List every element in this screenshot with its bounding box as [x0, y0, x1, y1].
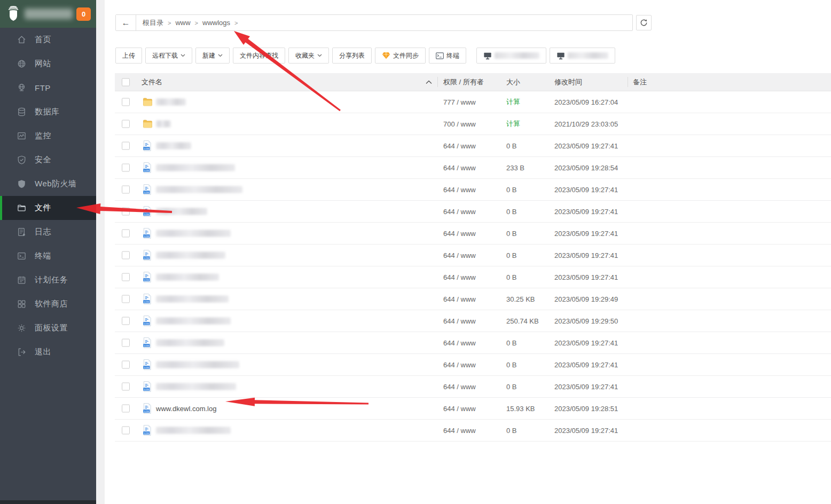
toolbar-button-terminal[interactable]: 终端 — [429, 48, 466, 64]
row-checkbox[interactable] — [122, 383, 130, 391]
row-checkbox[interactable] — [122, 208, 130, 216]
row-checkbox[interactable] — [122, 142, 130, 150]
file-name-redacted — [156, 383, 236, 390]
folder-icon — [17, 203, 27, 213]
modified-time: 2023/05/09 19:28:54 — [554, 164, 618, 172]
sidebar-item-ftp[interactable]: FTP — [0, 76, 96, 100]
permission-owner: 644 / www — [443, 339, 476, 347]
sidebar-item-cron[interactable]: 计划任务 — [0, 268, 96, 292]
toolbar-button-share-list[interactable]: 分享列表 — [332, 48, 372, 64]
row-checkbox[interactable] — [122, 405, 130, 413]
toolbar-button-redacted-1[interactable] — [476, 48, 546, 64]
sidebar-item-settings[interactable]: 面板设置 — [0, 316, 96, 340]
row-checkbox[interactable] — [122, 427, 130, 435]
sidebar-item-logs[interactable]: 日志 — [0, 220, 96, 244]
toolbar-button-label: 文件内容查找 — [240, 51, 278, 60]
row-checkbox[interactable] — [122, 273, 130, 281]
permission-owner: 644 / www — [443, 251, 476, 259]
file-name-link[interactable]: www.dkewl.com.log — [156, 405, 216, 413]
sort-up-icon[interactable] — [426, 80, 432, 84]
notification-badge[interactable]: 0 — [76, 7, 91, 21]
gem-icon — [382, 52, 390, 59]
row-checkbox[interactable] — [122, 98, 130, 106]
breadcrumb-separator: > — [234, 20, 238, 26]
toolbar-button-remote-download[interactable]: 远程下载 — [145, 48, 192, 64]
row-checkbox[interactable] — [122, 361, 130, 369]
sidebar-item-files[interactable]: 文件 — [0, 196, 96, 220]
breadcrumb-item[interactable]: wwwlogs — [202, 19, 230, 27]
row-checkbox[interactable] — [122, 120, 130, 128]
file-size: 233 B — [506, 164, 524, 172]
toolbar-button-new[interactable]: 新建 — [195, 48, 230, 64]
sidebar-item-website[interactable]: 网站 — [0, 52, 96, 76]
svg-text:LOG: LOG — [144, 147, 150, 150]
chevron-down-icon — [181, 54, 185, 57]
calc-size-link[interactable]: 计算 — [506, 97, 520, 107]
checkbox — [122, 186, 130, 194]
row-checkbox[interactable] — [122, 251, 130, 259]
table-row: LOG644 / www0 B2023/05/09 19:27:41 — [115, 420, 831, 442]
table-header: 文件名 权限 / 所有者 大小 修改时间 备注 — [115, 73, 831, 91]
permission-owner: 700 / www — [443, 120, 476, 128]
sidebar-item-waf[interactable]: Web防火墙 — [0, 172, 96, 196]
device-icon — [483, 52, 492, 60]
sidebar-item-label: FTP — [35, 83, 51, 92]
file-size: 0 B — [506, 361, 517, 369]
breadcrumb-item[interactable]: 根目录 — [143, 18, 163, 28]
file-name-redacted — [156, 318, 231, 325]
header-filename[interactable]: 文件名 — [142, 77, 162, 87]
sidebar-item-home[interactable]: 首页 — [0, 28, 96, 52]
row-checkbox[interactable] — [122, 186, 130, 194]
calc-size-link[interactable]: 计算 — [506, 119, 520, 129]
modified-time: 2023/05/09 19:27:41 — [554, 273, 618, 281]
modified-time: 2023/05/09 19:29:50 — [554, 317, 618, 325]
row-checkbox[interactable] — [122, 339, 130, 347]
breadcrumb-separator: > — [168, 20, 171, 26]
permission-owner: 644 / www — [443, 405, 476, 413]
toolbar-button-label: 新建 — [202, 51, 215, 60]
permission-owner: 644 / www — [443, 427, 476, 435]
checkbox — [122, 383, 130, 391]
log-file-icon: LOG — [143, 184, 152, 195]
file-size: 0 B — [506, 383, 517, 391]
app-header: 0 — [0, 0, 96, 28]
toolbar-button-file-sync[interactable]: 文件同步 — [375, 48, 426, 64]
row-checkbox[interactable] — [122, 295, 130, 303]
folder-file-icon — [143, 120, 153, 129]
permission-owner: 777 / www — [443, 98, 476, 106]
sidebar-item-label: 文件 — [35, 203, 51, 213]
sidebar-item-appstore[interactable]: 软件商店 — [0, 292, 96, 316]
refresh-icon — [640, 19, 648, 27]
checkbox — [122, 142, 130, 150]
toolbar-button-label: 文件同步 — [393, 51, 419, 60]
permission-owner: 644 / www — [443, 361, 476, 369]
select-all-checkbox[interactable] — [122, 78, 130, 86]
sidebar-item-security[interactable]: 安全 — [0, 148, 96, 172]
refresh-button[interactable] — [636, 15, 652, 30]
toolbar-button-file-content-search[interactable]: 文件内容查找 — [233, 48, 285, 64]
toolbar-button-favorites[interactable]: 收藏夹 — [288, 48, 329, 64]
log-file-icon: LOG — [143, 228, 152, 239]
sidebar-item-monitor[interactable]: 监控 — [0, 124, 96, 148]
header-permission: 权限 / 所有者 — [443, 77, 484, 87]
back-button[interactable]: ← — [116, 15, 136, 30]
checkbox — [122, 427, 130, 435]
file-name-redacted — [156, 340, 224, 346]
table-row: LOG644 / www30.25 KB2023/05/09 19:29:49 — [115, 288, 831, 310]
toolbar-button-redacted-2[interactable] — [550, 48, 615, 64]
sidebar-item-label: 数据库 — [35, 107, 60, 117]
breadcrumb-item[interactable]: www — [175, 19, 190, 27]
toolbar-button-upload[interactable]: 上传 — [115, 48, 142, 64]
sidebar-item-logout[interactable]: 退出 — [0, 340, 96, 364]
table-row: LOGwww.dkewl.com.log644 / www15.93 KB202… — [115, 398, 831, 420]
row-checkbox[interactable] — [122, 164, 130, 172]
row-checkbox[interactable] — [122, 230, 130, 238]
sidebar-item-terminal[interactable]: 终端 — [0, 244, 96, 268]
sidebar-item-database[interactable]: 数据库 — [0, 100, 96, 124]
row-checkbox[interactable] — [122, 317, 130, 325]
sidebar-item-label: Web防火墙 — [35, 179, 77, 189]
table-row: LOG644 / www0 B2023/05/09 19:27:41 — [115, 245, 831, 266]
file-size: 0 B — [506, 273, 517, 281]
file-name-redacted — [156, 427, 231, 434]
modified-time: 2023/05/09 19:27:41 — [554, 361, 618, 369]
